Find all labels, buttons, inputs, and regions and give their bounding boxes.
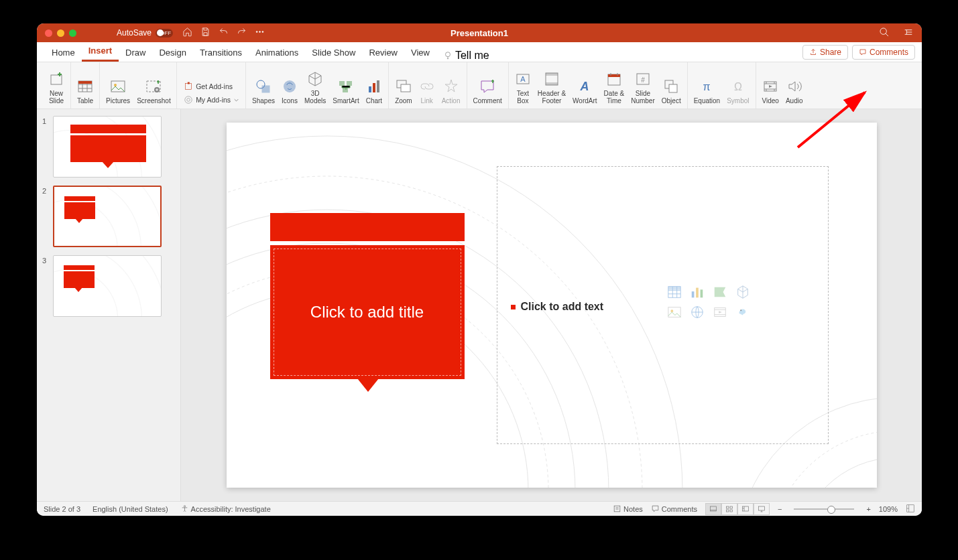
- minimize-window-button[interactable]: [57, 29, 64, 37]
- svg-rect-23: [373, 83, 375, 92]
- insert-smartart-icon[interactable]: [711, 284, 729, 300]
- insert-online-picture-icon[interactable]: [688, 304, 707, 320]
- shapes-button[interactable]: Shapes: [250, 64, 277, 106]
- header-footer-button[interactable]: Header & Footer: [536, 64, 568, 106]
- tab-design[interactable]: Design: [152, 44, 192, 62]
- screenshot-button[interactable]: Screenshot: [135, 64, 172, 106]
- video-button[interactable]: Video: [760, 64, 781, 106]
- tab-draw[interactable]: Draw: [119, 44, 152, 62]
- insert-3d-icon[interactable]: [733, 284, 752, 300]
- equation-button[interactable]: πEquation: [692, 64, 722, 106]
- insert-picture-icon[interactable]: [665, 304, 684, 320]
- pictures-button[interactable]: Pictures: [104, 64, 132, 106]
- 3d-models-button[interactable]: 3D Models: [302, 64, 328, 106]
- thumb-number: 2: [42, 186, 49, 195]
- get-addins-button[interactable]: Get Add-ins: [181, 80, 241, 92]
- reading-view-button[interactable]: [737, 503, 754, 515]
- title-placeholder[interactable]: Click to add title: [270, 245, 465, 379]
- svg-rect-63: [710, 506, 716, 511]
- slide-number-button[interactable]: #Slide Number: [629, 64, 657, 106]
- insert-icon-icon[interactable]: [733, 304, 752, 320]
- smartart-button[interactable]: SmartArt: [331, 64, 361, 106]
- accessibility-button[interactable]: Accessibility: Investigate: [180, 504, 271, 513]
- svg-rect-30: [546, 73, 558, 76]
- notes-button[interactable]: Notes: [613, 504, 643, 513]
- zoom-out-button[interactable]: −: [778, 505, 782, 513]
- my-addins-button[interactable]: My Add-ins: [181, 94, 241, 106]
- content-placeholder[interactable]: Click to add text: [497, 166, 829, 444]
- svg-rect-26: [401, 84, 410, 92]
- thumbnail-3[interactable]: [53, 255, 162, 317]
- zoom-level[interactable]: 109%: [879, 505, 898, 513]
- fit-to-window-button[interactable]: [906, 504, 915, 514]
- icons-button[interactable]: Icons: [280, 64, 300, 106]
- comments-status-button[interactable]: Comments: [651, 504, 697, 513]
- home-icon[interactable]: [182, 27, 192, 39]
- tab-transitions[interactable]: Transitions: [193, 44, 249, 62]
- tab-insert[interactable]: Insert: [82, 42, 119, 62]
- svg-rect-13: [188, 82, 190, 84]
- share-button[interactable]: Share: [802, 45, 848, 60]
- wordart-button[interactable]: AWordArt: [571, 64, 599, 106]
- tab-view[interactable]: View: [404, 44, 436, 62]
- tell-me[interactable]: Tell me: [443, 50, 489, 62]
- insert-table-icon[interactable]: [665, 284, 684, 300]
- object-button[interactable]: Object: [660, 64, 683, 106]
- ribbon-toggle-icon[interactable]: [903, 27, 914, 40]
- new-slide-button[interactable]: New Slide: [46, 64, 66, 106]
- svg-rect-64: [726, 506, 729, 508]
- autosave-toggle[interactable]: AutoSave OFF: [117, 28, 173, 38]
- svg-text:Ω: Ω: [734, 81, 742, 92]
- zoom-in-button[interactable]: +: [866, 505, 870, 513]
- svg-rect-12: [185, 83, 191, 89]
- sorter-view-button[interactable]: [721, 503, 737, 515]
- slide-indicator[interactable]: Slide 2 of 3: [44, 505, 80, 513]
- thumbnail-2[interactable]: [53, 186, 162, 247]
- svg-point-4: [445, 52, 450, 57]
- title-placeholder-text: Click to add title: [310, 303, 424, 322]
- slide-canvas-area: Click to add title Click to add text: [181, 109, 922, 501]
- table-button[interactable]: Table: [75, 64, 95, 106]
- action-button: Action: [440, 64, 463, 106]
- svg-point-48: [796, 458, 877, 488]
- tab-review[interactable]: Review: [362, 44, 404, 62]
- undo-icon[interactable]: [219, 27, 229, 39]
- title-bar-shape[interactable]: [270, 213, 465, 241]
- tab-animations[interactable]: Animations: [249, 44, 305, 62]
- more-icon[interactable]: [255, 27, 265, 39]
- slideshow-view-button[interactable]: [754, 503, 770, 515]
- svg-rect-19: [339, 81, 345, 86]
- bullet-icon: [511, 305, 516, 309]
- close-window-button[interactable]: [45, 29, 52, 37]
- autosave-label: AutoSave: [117, 28, 152, 38]
- normal-view-button[interactable]: [705, 503, 721, 515]
- svg-text:#: #: [641, 76, 645, 84]
- content-placeholder-icons: [665, 284, 752, 320]
- search-icon[interactable]: [879, 27, 890, 40]
- tab-home[interactable]: Home: [45, 44, 82, 62]
- chart-button[interactable]: Chart: [364, 64, 384, 106]
- svg-rect-65: [730, 506, 733, 508]
- date-time-button[interactable]: Date & Time: [602, 64, 627, 106]
- save-icon[interactable]: [200, 27, 211, 39]
- insert-chart-icon[interactable]: [688, 284, 707, 300]
- redo-icon[interactable]: [237, 27, 247, 39]
- zoom-slider[interactable]: [794, 508, 854, 510]
- audio-button[interactable]: Audio: [784, 64, 805, 106]
- comment-button[interactable]: Comment: [471, 64, 504, 106]
- svg-point-14: [185, 96, 192, 104]
- textbox-button[interactable]: AText Box: [513, 64, 533, 106]
- svg-text:π: π: [703, 81, 711, 92]
- thumbnail-1[interactable]: [53, 116, 162, 178]
- tab-slideshow[interactable]: Slide Show: [305, 44, 362, 62]
- insert-video-icon[interactable]: [711, 304, 729, 320]
- language-indicator[interactable]: English (United States): [93, 505, 168, 513]
- maximize-window-button[interactable]: [69, 29, 76, 37]
- svg-point-15: [187, 98, 190, 102]
- comments-button[interactable]: Comments: [852, 45, 915, 60]
- zoom-button[interactable]: Zoom: [393, 64, 414, 106]
- svg-text:A: A: [520, 75, 526, 83]
- slide[interactable]: Click to add title Click to add text: [227, 123, 877, 488]
- svg-rect-67: [730, 510, 733, 512]
- symbol-button: ΩSymbol: [725, 64, 751, 106]
